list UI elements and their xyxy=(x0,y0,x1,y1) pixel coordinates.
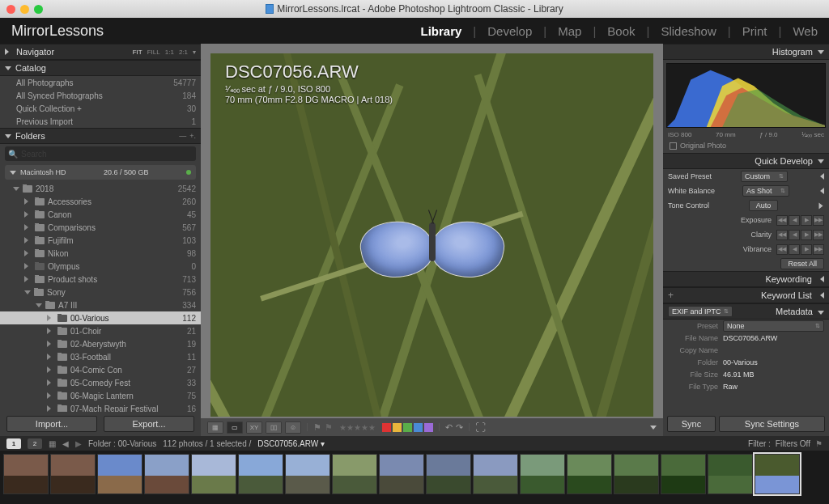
flag-reject-icon[interactable]: ⚑ xyxy=(325,422,333,433)
metadata-mode-dropdown[interactable]: EXIF and IPTC⇅ xyxy=(668,306,733,317)
grid-view-button[interactable]: ▦ xyxy=(207,421,223,434)
catalog-item[interactable]: Quick Collection +30 xyxy=(0,102,201,115)
compare-view-button[interactable]: XY xyxy=(246,421,262,434)
keywording-header[interactable]: Keywording xyxy=(663,271,829,287)
thumbnail[interactable] xyxy=(567,454,612,494)
metadata-header[interactable]: EXIF and IPTC⇅ Metadata xyxy=(663,303,829,320)
folders-panel-header[interactable]: Folders —+. xyxy=(0,128,201,144)
color-label[interactable] xyxy=(403,423,412,432)
expand-icon[interactable] xyxy=(818,202,823,209)
thumbnail[interactable] xyxy=(3,454,49,494)
module-book[interactable]: Book xyxy=(607,24,635,38)
folder-row[interactable]: Sony756 xyxy=(0,286,201,299)
nav-forward-icon[interactable]: ▶ xyxy=(75,439,82,448)
module-library[interactable]: Library xyxy=(420,24,461,38)
breadcrumb[interactable]: Folder : 00-Various xyxy=(88,439,156,448)
collapse-icon[interactable] xyxy=(817,188,824,194)
face-tag-icon[interactable]: ⛶ xyxy=(475,421,486,434)
histogram-display[interactable] xyxy=(666,63,826,128)
nav-zoom-FIT[interactable]: FIT xyxy=(133,49,142,56)
folder-row[interactable]: Olympus0 xyxy=(0,260,201,273)
toolbar-menu-icon[interactable] xyxy=(650,426,657,430)
navigator-panel-header[interactable]: Navigator FITFILL1:12:1▾ xyxy=(0,44,201,60)
catalog-item[interactable]: All Synced Photographs184 xyxy=(0,89,201,102)
color-label[interactable] xyxy=(414,423,423,432)
folders-search-input[interactable]: 🔍 Search xyxy=(5,146,196,161)
thumbnail[interactable] xyxy=(426,454,471,494)
step-down[interactable]: ◀ xyxy=(789,244,800,255)
step-up[interactable]: ▶ xyxy=(801,244,812,255)
nav-zoom-FILL[interactable]: FILL xyxy=(147,49,160,56)
color-label[interactable] xyxy=(382,423,391,432)
thumbnail-strip[interactable] xyxy=(0,451,829,504)
step-down-large[interactable]: ◀◀ xyxy=(776,215,788,226)
rotate-cw-icon[interactable]: ↷ xyxy=(456,422,463,433)
folder-row[interactable]: 03-Football11 xyxy=(0,350,201,363)
step-up-large[interactable]: ▶▶ xyxy=(813,244,824,255)
histogram-panel-header[interactable]: Histogram xyxy=(663,44,829,60)
add-keyword-icon[interactable]: + xyxy=(668,290,674,301)
folder-row[interactable]: 20182542 xyxy=(0,182,201,195)
saved-preset-dropdown[interactable]: Custom⇅ xyxy=(741,171,788,182)
step-up[interactable]: ▶ xyxy=(801,215,812,226)
step-up-large[interactable]: ▶▶ xyxy=(813,230,824,240)
survey-view-button[interactable]: ▯▯ xyxy=(266,421,282,434)
folder-row[interactable]: Canon45 xyxy=(0,208,201,221)
people-view-button[interactable]: ☺ xyxy=(285,421,301,434)
step-down[interactable]: ◀ xyxy=(789,215,800,226)
minimize-window-icon[interactable] xyxy=(20,5,29,14)
catalog-panel-header[interactable]: Catalog xyxy=(0,60,201,76)
thumbnail[interactable] xyxy=(238,454,283,494)
filter-lock-icon[interactable]: ⚑ xyxy=(815,439,823,448)
step-down-large[interactable]: ◀◀ xyxy=(776,244,788,255)
volume-browser[interactable]: Macintosh HD 20.6 / 500 GB xyxy=(5,165,196,180)
flag-pick-icon[interactable]: ⚑ xyxy=(313,422,321,433)
reset-all-button[interactable]: Reset All xyxy=(780,258,824,269)
folder-row[interactable]: 02-Aberystwyth19 xyxy=(0,337,201,350)
filter-value[interactable]: Filters Off xyxy=(776,439,810,448)
thumbnail[interactable] xyxy=(50,454,96,494)
remove-folder-icon[interactable]: — xyxy=(179,132,186,140)
folder-row[interactable]: 07-Mach Repair Festival16 xyxy=(0,402,201,412)
primary-monitor-button[interactable]: 1 xyxy=(6,438,21,449)
color-labels[interactable] xyxy=(382,423,433,432)
thumbnail[interactable] xyxy=(661,454,706,494)
folder-row[interactable]: 05-Comedy Fest33 xyxy=(0,376,201,389)
grid-icon[interactable]: ▦ xyxy=(49,439,56,448)
thumbnail[interactable] xyxy=(755,454,800,494)
white-balance-dropdown[interactable]: As Shot⇅ xyxy=(742,185,789,197)
auto-tone-button[interactable]: Auto xyxy=(749,200,779,211)
thumbnail[interactable] xyxy=(473,454,518,494)
color-label[interactable] xyxy=(393,423,402,432)
nav-zoom-1-1[interactable]: 1:1 xyxy=(165,49,174,56)
sync-button[interactable]: Sync xyxy=(667,416,716,432)
folder-row[interactable]: A7 III334 xyxy=(0,299,201,311)
thumbnail[interactable] xyxy=(708,454,753,494)
collapse-icon[interactable] xyxy=(817,173,824,180)
folder-row[interactable]: Nikon98 xyxy=(0,247,201,260)
module-develop[interactable]: Develop xyxy=(487,24,532,38)
module-slideshow[interactable]: Slideshow xyxy=(661,24,716,38)
module-map[interactable]: Map xyxy=(558,24,581,38)
thumbnail[interactable] xyxy=(614,454,659,494)
thumbnail[interactable] xyxy=(332,454,377,494)
folder-row[interactable]: Accessories260 xyxy=(0,195,201,208)
step-up[interactable]: ▶ xyxy=(801,230,812,240)
original-photo-toggle[interactable]: Original Photo xyxy=(663,140,829,153)
keyword-list-header[interactable]: + Keyword List xyxy=(663,287,829,303)
folder-row[interactable]: 04-Comic Con27 xyxy=(0,363,201,376)
thumbnail[interactable] xyxy=(97,454,142,494)
close-window-icon[interactable] xyxy=(6,5,15,14)
thumbnail[interactable] xyxy=(379,454,424,494)
loupe-view[interactable]: DSC07056.ARW ¹⁄₄₀₀ sec at ƒ / 9.0, ISO 8… xyxy=(201,44,663,418)
add-folder-icon[interactable]: +. xyxy=(189,132,196,140)
module-web[interactable]: Web xyxy=(793,24,818,38)
navigator-zoom-options[interactable]: FITFILL1:12:1▾ xyxy=(133,49,196,56)
zoom-window-icon[interactable] xyxy=(34,5,43,14)
thumbnail[interactable] xyxy=(191,454,236,494)
quick-develop-header[interactable]: Quick Develop xyxy=(663,153,829,169)
folder-row[interactable]: Fujifilm103 xyxy=(0,234,201,247)
color-label[interactable] xyxy=(424,423,433,432)
secondary-monitor-button[interactable]: 2 xyxy=(28,438,42,449)
folder-row[interactable]: Comparisons567 xyxy=(0,221,201,234)
